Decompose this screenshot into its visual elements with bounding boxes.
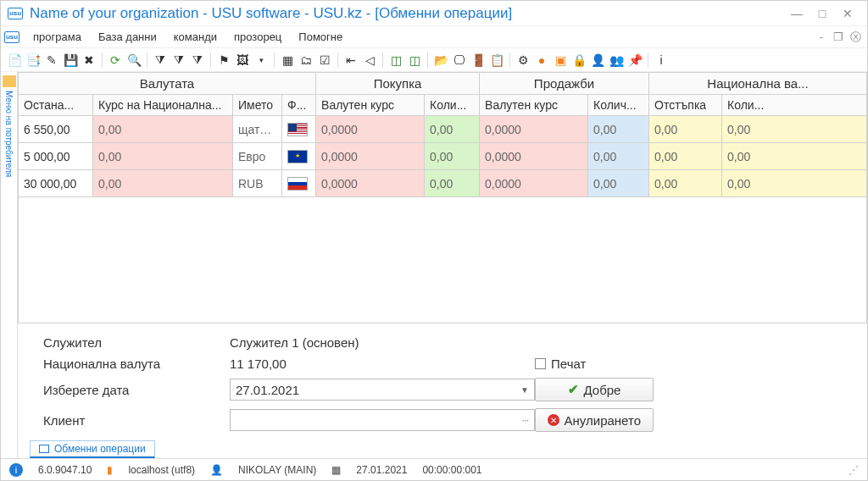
flag-eu-icon xyxy=(287,150,308,163)
group-national[interactable]: Национална ва... xyxy=(649,73,867,95)
user-icon[interactable]: 👤 xyxy=(589,52,606,69)
calendar-icon: ▦ xyxy=(331,464,341,476)
date-picker[interactable]: 27.01.2021 ▼ xyxy=(230,379,535,401)
chevron-down-icon[interactable]: ▾ xyxy=(253,52,270,69)
rss-icon[interactable]: ▣ xyxy=(552,52,569,69)
status-date: 27.01.2021 xyxy=(356,464,407,476)
screenshot-icon[interactable]: 🖵 xyxy=(451,52,468,69)
natcur-label: Национална валута xyxy=(43,357,230,371)
check-icon[interactable]: ☑ xyxy=(316,52,333,69)
employee-label: Служител xyxy=(43,335,230,350)
col-nqty[interactable]: Коли... xyxy=(722,95,867,116)
statusbar: i 6.0.9047.10 ▮ localhost (utf8) 👤 NIKOL… xyxy=(1,458,867,480)
table-row[interactable]: 6 550,00 0,00 щатски 0,0000 0,00 0,0000 … xyxy=(19,116,867,143)
search-icon[interactable]: 🔍 xyxy=(125,52,142,69)
natcur-value: 11 170,00 xyxy=(230,357,535,371)
group-currency[interactable]: Валутата xyxy=(19,73,316,95)
status-time: 00:00:00:001 xyxy=(422,464,481,476)
save-icon[interactable]: 💾 xyxy=(62,52,79,69)
col-nbrate[interactable]: Курс на Национална... xyxy=(93,95,233,116)
titlebar: usu Name of your organization - USU soft… xyxy=(1,1,867,26)
col-buy-qty[interactable]: Коли... xyxy=(425,95,480,116)
new-icon[interactable]: 📄 xyxy=(6,52,23,69)
color-icon[interactable]: ● xyxy=(533,52,550,69)
grid-empty-area xyxy=(18,197,867,323)
menu-commands[interactable]: команди xyxy=(165,28,225,46)
col-flag[interactable]: Ф... xyxy=(282,95,316,116)
cancel-button[interactable]: ✕ Анулирането xyxy=(535,408,654,432)
employee-value: Служител 1 (основен) xyxy=(230,335,535,350)
group-sell[interactable]: Продажби xyxy=(480,73,649,95)
form-icon[interactable]: ▦ xyxy=(279,52,296,69)
gear-icon[interactable]: ⚙ xyxy=(515,52,531,69)
maximize-button[interactable]: □ xyxy=(810,7,835,20)
pin-icon[interactable]: 📌 xyxy=(626,52,643,69)
filter-icon[interactable]: ⧩ xyxy=(152,52,169,69)
toolbar: 📄 📑 ✎ 💾 ✖ ⟳ 🔍 ⧩ ⧩ ⧩ ⚑ 🖼 ▾ ▦ 🗂 ☑ ⇤ ◁ ◫ ◫ … xyxy=(1,48,867,72)
mdi-close-button[interactable]: ⓧ xyxy=(847,30,864,45)
col-buy-rate[interactable]: Валутен курс xyxy=(316,95,425,116)
col-sell-rate[interactable]: Валутен курс xyxy=(480,95,588,116)
ellipsis-icon: ··· xyxy=(522,416,529,425)
menubar: usu програма База данни команди прозорец… xyxy=(1,26,867,48)
resize-grip-icon[interactable]: ⋰ xyxy=(849,464,859,476)
menu-window[interactable]: прозорец xyxy=(225,28,290,46)
refresh-icon[interactable]: ⟳ xyxy=(107,52,124,69)
tree-icon[interactable]: 🗂 xyxy=(298,52,314,69)
import-excel-icon[interactable]: ◫ xyxy=(406,52,423,69)
export-excel-icon[interactable]: ◫ xyxy=(387,52,404,69)
checkbox-icon xyxy=(535,358,546,369)
copy-icon[interactable]: 📑 xyxy=(25,52,42,69)
info-icon[interactable]: i xyxy=(9,463,23,477)
status-user: NIKOLAY (MAIN) xyxy=(238,464,316,476)
cancel-icon: ✕ xyxy=(548,414,559,426)
tab-exchange-ops[interactable]: Обменни операции xyxy=(30,440,155,458)
chevron-down-icon: ▼ xyxy=(520,385,529,395)
flag-ru-icon xyxy=(287,177,308,191)
database-icon: ▮ xyxy=(107,464,113,476)
window-icon xyxy=(39,445,49,453)
edit-icon[interactable]: ✎ xyxy=(43,52,60,69)
currency-grid[interactable]: Валутата Покупка Продажби Национална ва.… xyxy=(18,72,867,197)
client-label: Клиент xyxy=(43,413,230,428)
table-row[interactable]: 5 000,00 0,00 Евро 0,0000 0,00 0,0000 0,… xyxy=(19,143,867,170)
lock-icon[interactable]: 🔒 xyxy=(570,52,587,69)
group-buy[interactable]: Покупка xyxy=(316,73,480,95)
status-host: localhost (utf8) xyxy=(128,464,195,476)
app-icon: usu xyxy=(8,8,23,19)
col-name[interactable]: Името xyxy=(233,95,282,116)
minimize-button[interactable]: — xyxy=(784,7,810,20)
check-icon: ✔ xyxy=(568,382,579,397)
clipboard-icon[interactable]: 📋 xyxy=(488,52,505,69)
table-row[interactable]: 30 000,00 0,00 RUB 0,0000 0,00 0,0000 0,… xyxy=(19,170,867,197)
menu-database[interactable]: База данни xyxy=(90,28,165,46)
col-sell-qty[interactable]: Колич... xyxy=(588,95,649,116)
close-button[interactable]: ✕ xyxy=(835,7,860,20)
exit-door-icon[interactable]: 🚪 xyxy=(470,52,487,69)
prev-icon[interactable]: ◁ xyxy=(361,52,378,69)
col-remain[interactable]: Остана... xyxy=(19,95,93,116)
filter-clear-icon[interactable]: ⧩ xyxy=(170,52,187,69)
col-disc[interactable]: Отстъпка xyxy=(649,95,722,116)
flag-icon[interactable]: ⚑ xyxy=(215,52,232,69)
users-icon[interactable]: 👥 xyxy=(608,52,625,69)
open-folder-icon[interactable]: 📂 xyxy=(432,52,449,69)
filter-group-icon[interactable]: ⧩ xyxy=(189,52,206,69)
menu-program[interactable]: програма xyxy=(25,28,90,46)
status-version: 6.0.9047.10 xyxy=(38,464,92,476)
user-icon: 👤 xyxy=(210,464,223,476)
client-lookup[interactable]: ··· xyxy=(230,409,535,431)
folder-icon[interactable] xyxy=(3,75,16,87)
window-title: Name of your organization - USU software… xyxy=(30,5,784,22)
mdi-restore-button[interactable]: ❐ xyxy=(830,30,847,43)
flag-us-icon xyxy=(287,123,308,136)
menu-help[interactable]: Помогне xyxy=(290,28,351,46)
delete-icon[interactable]: ✖ xyxy=(81,52,97,69)
print-checkbox[interactable]: Печат xyxy=(535,357,704,371)
side-panel-label[interactable]: Меню на потребителя xyxy=(4,91,14,177)
mdi-minimize-button[interactable]: - xyxy=(813,30,830,43)
first-icon[interactable]: ⇤ xyxy=(342,52,359,69)
image-icon[interactable]: 🖼 xyxy=(234,52,251,69)
ok-button[interactable]: ✔ Добре xyxy=(535,378,654,401)
info-icon[interactable]: i xyxy=(653,52,670,69)
